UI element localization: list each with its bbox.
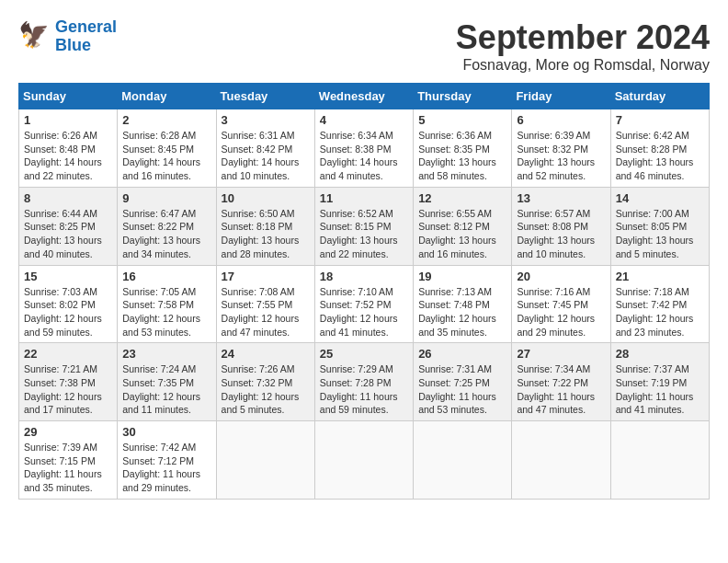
day-info: Sunrise: 7:16 AMSunset: 7:45 PMDaylight:… bbox=[517, 285, 605, 339]
calendar-cell: 29Sunrise: 7:39 AMSunset: 7:15 PMDayligh… bbox=[19, 421, 118, 500]
calendar-cell bbox=[610, 421, 709, 500]
calendar-cell: 8Sunrise: 6:44 AMSunset: 8:25 PMDaylight… bbox=[19, 187, 118, 265]
calendar-cell: 28Sunrise: 7:37 AMSunset: 7:19 PMDayligh… bbox=[610, 343, 709, 421]
day-info: Sunrise: 6:26 AMSunset: 8:48 PMDaylight:… bbox=[24, 129, 112, 183]
day-info: Sunrise: 7:31 AMSunset: 7:25 PMDaylight:… bbox=[418, 362, 506, 417]
day-number: 17 bbox=[222, 270, 310, 283]
location-title: Fosnavag, More og Romsdal, Norway bbox=[456, 57, 710, 74]
calendar-table: SundayMondayTuesdayWednesdayThursdayFrid… bbox=[18, 83, 710, 500]
day-number: 23 bbox=[122, 347, 210, 361]
day-number: 7 bbox=[616, 113, 704, 127]
day-info: Sunrise: 7:29 AMSunset: 7:28 PMDaylight:… bbox=[320, 362, 408, 417]
day-info: Sunrise: 7:37 AMSunset: 7:19 PMDaylight:… bbox=[616, 362, 704, 417]
weekday-header-wednesday: Wednesday bbox=[314, 84, 413, 109]
day-info: Sunrise: 7:08 AMSunset: 7:55 PMDaylight:… bbox=[222, 285, 310, 339]
calendar-cell: 7Sunrise: 6:42 AMSunset: 8:28 PMDaylight… bbox=[610, 109, 709, 188]
calendar-cell: 14Sunrise: 7:00 AMSunset: 8:05 PMDayligh… bbox=[610, 187, 709, 265]
day-number: 14 bbox=[616, 191, 704, 205]
calendar-cell: 15Sunrise: 7:03 AMSunset: 8:02 PMDayligh… bbox=[19, 265, 118, 343]
logo-general: General bbox=[55, 17, 117, 36]
day-info: Sunrise: 6:36 AMSunset: 8:35 PMDaylight:… bbox=[418, 129, 506, 183]
day-info: Sunrise: 6:50 AMSunset: 8:18 PMDaylight:… bbox=[222, 207, 310, 261]
day-number: 26 bbox=[418, 347, 506, 361]
day-number: 9 bbox=[122, 191, 210, 205]
calendar-header-row: SundayMondayTuesdayWednesdayThursdayFrid… bbox=[19, 84, 710, 109]
day-info: Sunrise: 7:10 AMSunset: 7:52 PMDaylight:… bbox=[320, 285, 408, 339]
calendar-week-row-2: 8Sunrise: 6:44 AMSunset: 8:25 PMDaylight… bbox=[19, 187, 710, 265]
day-info: Sunrise: 6:52 AMSunset: 8:15 PMDaylight:… bbox=[320, 207, 408, 261]
day-info: Sunrise: 7:13 AMSunset: 7:48 PMDaylight:… bbox=[418, 285, 506, 339]
calendar-cell: 25Sunrise: 7:29 AMSunset: 7:28 PMDayligh… bbox=[314, 343, 413, 421]
day-info: Sunrise: 6:42 AMSunset: 8:28 PMDaylight:… bbox=[616, 129, 704, 183]
calendar-cell: 6Sunrise: 6:39 AMSunset: 8:32 PMDaylight… bbox=[512, 109, 610, 188]
day-number: 16 bbox=[122, 270, 210, 283]
calendar-cell: 4Sunrise: 6:34 AMSunset: 8:38 PMDaylight… bbox=[314, 109, 413, 188]
day-number: 15 bbox=[24, 270, 112, 283]
day-info: Sunrise: 6:47 AMSunset: 8:22 PMDaylight:… bbox=[122, 207, 210, 261]
calendar-cell: 9Sunrise: 6:47 AMSunset: 8:22 PMDaylight… bbox=[118, 187, 216, 265]
day-info: Sunrise: 7:00 AMSunset: 8:05 PMDaylight:… bbox=[616, 207, 704, 261]
day-number: 2 bbox=[122, 113, 210, 127]
month-title: September 2024 bbox=[456, 18, 710, 57]
day-number: 13 bbox=[517, 191, 605, 205]
calendar-cell: 1Sunrise: 6:26 AMSunset: 8:48 PMDaylight… bbox=[19, 109, 118, 188]
logo-blue: Blue bbox=[55, 36, 91, 54]
day-info: Sunrise: 7:34 AMSunset: 7:22 PMDaylight:… bbox=[517, 362, 605, 417]
logo: 🦅 General Blue bbox=[18, 18, 117, 55]
day-info: Sunrise: 6:39 AMSunset: 8:32 PMDaylight:… bbox=[517, 129, 605, 183]
day-number: 22 bbox=[24, 347, 112, 361]
day-number: 8 bbox=[24, 191, 112, 205]
day-number: 12 bbox=[418, 191, 506, 205]
day-info: Sunrise: 7:21 AMSunset: 7:38 PMDaylight:… bbox=[24, 362, 112, 417]
day-info: Sunrise: 7:24 AMSunset: 7:35 PMDaylight:… bbox=[122, 362, 210, 417]
calendar-cell: 19Sunrise: 7:13 AMSunset: 7:48 PMDayligh… bbox=[414, 265, 512, 343]
calendar-cell: 17Sunrise: 7:08 AMSunset: 7:55 PMDayligh… bbox=[216, 265, 314, 343]
day-info: Sunrise: 7:03 AMSunset: 8:02 PMDaylight:… bbox=[24, 285, 112, 339]
day-info: Sunrise: 7:26 AMSunset: 7:32 PMDaylight:… bbox=[222, 362, 310, 417]
weekday-header-monday: Monday bbox=[118, 84, 216, 109]
day-info: Sunrise: 6:44 AMSunset: 8:25 PMDaylight:… bbox=[24, 207, 112, 261]
day-info: Sunrise: 6:31 AMSunset: 8:42 PMDaylight:… bbox=[222, 129, 310, 183]
calendar-cell: 16Sunrise: 7:05 AMSunset: 7:58 PMDayligh… bbox=[118, 265, 216, 343]
weekday-header-friday: Friday bbox=[512, 84, 610, 109]
day-info: Sunrise: 6:55 AMSunset: 8:12 PMDaylight:… bbox=[418, 207, 506, 261]
day-info: Sunrise: 7:39 AMSunset: 7:15 PMDaylight:… bbox=[24, 441, 112, 495]
calendar-cell: 23Sunrise: 7:24 AMSunset: 7:35 PMDayligh… bbox=[118, 343, 216, 421]
logo-icon: 🦅 bbox=[18, 20, 51, 53]
day-number: 19 bbox=[418, 270, 506, 283]
day-number: 3 bbox=[222, 113, 310, 127]
calendar-cell: 10Sunrise: 6:50 AMSunset: 8:18 PMDayligh… bbox=[216, 187, 314, 265]
calendar-week-row-5: 29Sunrise: 7:39 AMSunset: 7:15 PMDayligh… bbox=[19, 421, 710, 500]
calendar-cell: 5Sunrise: 6:36 AMSunset: 8:35 PMDaylight… bbox=[414, 109, 512, 188]
calendar-cell bbox=[512, 421, 610, 500]
calendar-cell: 26Sunrise: 7:31 AMSunset: 7:25 PMDayligh… bbox=[414, 343, 512, 421]
day-number: 29 bbox=[24, 425, 112, 439]
day-number: 18 bbox=[320, 270, 408, 283]
day-number: 30 bbox=[122, 425, 210, 439]
calendar-cell: 22Sunrise: 7:21 AMSunset: 7:38 PMDayligh… bbox=[19, 343, 118, 421]
day-number: 24 bbox=[222, 347, 310, 361]
weekday-header-thursday: Thursday bbox=[414, 84, 512, 109]
day-number: 21 bbox=[616, 270, 704, 283]
day-number: 6 bbox=[517, 113, 605, 127]
calendar-week-row-4: 22Sunrise: 7:21 AMSunset: 7:38 PMDayligh… bbox=[19, 343, 710, 421]
day-info: Sunrise: 7:18 AMSunset: 7:42 PMDaylight:… bbox=[616, 285, 704, 339]
calendar-cell: 27Sunrise: 7:34 AMSunset: 7:22 PMDayligh… bbox=[512, 343, 610, 421]
day-number: 11 bbox=[320, 191, 408, 205]
calendar-cell: 11Sunrise: 6:52 AMSunset: 8:15 PMDayligh… bbox=[314, 187, 413, 265]
title-area: September 2024 Fosnavag, More og Romsdal… bbox=[456, 18, 710, 74]
calendar-cell: 20Sunrise: 7:16 AMSunset: 7:45 PMDayligh… bbox=[512, 265, 610, 343]
calendar-cell: 3Sunrise: 6:31 AMSunset: 8:42 PMDaylight… bbox=[216, 109, 314, 188]
calendar-cell: 24Sunrise: 7:26 AMSunset: 7:32 PMDayligh… bbox=[216, 343, 314, 421]
day-info: Sunrise: 7:05 AMSunset: 7:58 PMDaylight:… bbox=[122, 285, 210, 339]
day-info: Sunrise: 6:34 AMSunset: 8:38 PMDaylight:… bbox=[320, 129, 408, 183]
calendar-cell bbox=[314, 421, 413, 500]
day-number: 20 bbox=[517, 270, 605, 283]
calendar-cell bbox=[216, 421, 314, 500]
logo-text: General Blue bbox=[55, 18, 117, 55]
day-number: 5 bbox=[418, 113, 506, 127]
day-number: 27 bbox=[517, 347, 605, 361]
day-number: 1 bbox=[24, 113, 112, 127]
calendar-cell bbox=[414, 421, 512, 500]
day-info: Sunrise: 7:42 AMSunset: 7:12 PMDaylight:… bbox=[122, 441, 210, 495]
